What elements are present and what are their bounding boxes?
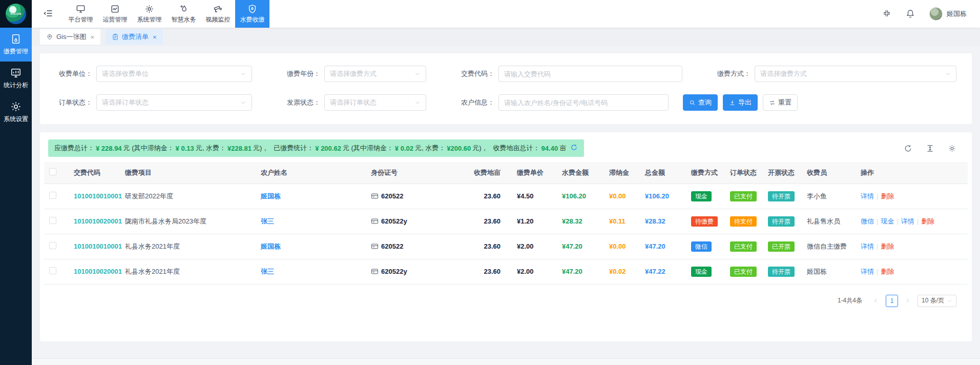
row-density-icon[interactable] (926, 144, 934, 153)
next-page-icon[interactable] (902, 295, 913, 307)
detail-link[interactable]: 详情 (861, 192, 874, 200)
farmer-name-link[interactable]: 姬国栋 (261, 242, 281, 250)
cell-water-amount: ¥28.32 (557, 209, 604, 234)
tab-gis-map[interactable]: Gis一张图 × (40, 29, 100, 45)
field-label: 订单状态： (52, 98, 92, 107)
col-header: 滞纳金 (604, 162, 640, 184)
detail-link[interactable]: 详情 (861, 268, 874, 275)
app-logo[interactable]: RIEON (0, 0, 32, 28)
cell-code: 1010010020001 (74, 268, 122, 275)
delete-link[interactable]: 删除 (874, 268, 894, 275)
cell-id-number: 620522 (381, 242, 403, 250)
page-size-value: 10 条/页 (922, 296, 944, 305)
username: 姬国栋 (947, 9, 967, 18)
row-checkbox[interactable] (49, 242, 56, 249)
payment-code-input[interactable] (504, 70, 677, 78)
summary-label: 元, 水费： (196, 144, 226, 153)
filter-field-payment-year: 缴费年份： 请选择缴费方式 (280, 66, 454, 82)
tab-label: Gis一张图 (56, 32, 87, 42)
sidebar-item-payment-management[interactable]: 缴费管理 (0, 28, 32, 62)
col-header: 交费代码 (69, 162, 120, 184)
cell-collector: 微信自主缴费 (802, 234, 856, 259)
wechat-pay-link[interactable]: 微信 (861, 217, 874, 225)
tab-close-icon[interactable]: × (153, 33, 157, 41)
menu-item-smart-water[interactable]: 智慧水务 (166, 0, 201, 28)
delete-link[interactable]: 删除 (914, 217, 934, 225)
page-number[interactable]: 1 (886, 295, 898, 307)
notification-bell-icon[interactable] (906, 9, 915, 19)
prev-page-icon[interactable] (870, 295, 882, 307)
cell-area: 23.60 (461, 184, 512, 209)
id-card-icon (371, 192, 379, 200)
tab-bar: Gis一张图 × 缴费清单 × (32, 28, 980, 46)
tab-payment-list[interactable]: 缴费清单 × (106, 29, 163, 45)
row-checkbox[interactable] (49, 267, 56, 274)
order-status-badge: 已支付 (730, 267, 757, 277)
cell-area: 23.60 (461, 209, 512, 234)
order-status-badge: 待支付 (730, 216, 757, 227)
id-card-icon (371, 217, 379, 225)
logo-icon: RIEON (6, 4, 26, 24)
farmer-name-link[interactable]: 张三 (261, 268, 274, 275)
menu-item-operations[interactable]: 运营管理 (98, 0, 132, 28)
order-status-select[interactable]: 请选择订单状态 (96, 94, 252, 111)
map-pin-icon (46, 33, 53, 40)
export-button[interactable]: 导出 (723, 94, 758, 111)
water-drop-icon (179, 4, 189, 14)
invoice-status-select[interactable]: 请选择订单状态 (324, 94, 426, 111)
summary-value: ¥ 228.94 (96, 145, 122, 152)
row-checkbox[interactable] (49, 192, 56, 199)
order-status-badge: 已支付 (730, 191, 757, 201)
delete-link[interactable]: 删除 (874, 242, 894, 250)
filter-buttons: 查询 导出 重置 (683, 94, 798, 111)
table-row: 1010010010001 礼县水务2021年度 姬国栋 620522 23.6… (44, 234, 968, 259)
page-size-select[interactable]: 10 条/页 (918, 295, 956, 307)
menu-item-water-fee[interactable]: 水费收缴 (235, 0, 269, 28)
menu-item-label: 系统管理 (137, 15, 162, 24)
cash-pay-link[interactable]: 现金 (874, 217, 894, 225)
col-header: 开票状态 (763, 162, 802, 184)
menu-item-platform[interactable]: 平台管理 (64, 0, 98, 28)
menu-item-system[interactable]: 系统管理 (132, 0, 166, 28)
column-settings-gear-icon[interactable] (948, 144, 956, 153)
summary-refresh-icon[interactable] (566, 144, 578, 153)
main-area: 平台管理 运营管理 系统管理 智慧水务 视频监控 (32, 0, 980, 365)
select-all-checkbox[interactable] (49, 168, 56, 175)
sidebar-item-statistics[interactable]: 统计分析 (0, 62, 32, 95)
cell-late-fee: ¥0.00 (604, 234, 640, 259)
user-menu[interactable]: 姬国栋 (929, 7, 967, 21)
detail-link[interactable]: 详情 (894, 217, 914, 225)
filter-field-charge-unit: 收费单位： 请选择收费单位 (52, 66, 280, 82)
fullscreen-icon[interactable] (882, 9, 891, 19)
charge-unit-select[interactable]: 请选择收费单位 (96, 66, 252, 82)
reset-icon (769, 99, 776, 106)
tab-close-icon[interactable]: × (91, 33, 95, 41)
menu-item-video-monitor[interactable]: 视频监控 (201, 0, 235, 28)
field-label: 收费单位： (52, 69, 92, 78)
reset-button[interactable]: 重置 (763, 94, 798, 111)
water-meter-icon (10, 33, 22, 45)
payment-method-select[interactable]: 请选择缴费方式 (755, 66, 956, 82)
table-row: 1010010020001 陇南市礼县水务局2023年度 张三 620522y … (44, 209, 968, 234)
camera-icon (213, 4, 223, 14)
refresh-icon[interactable] (904, 144, 912, 153)
detail-link[interactable]: 详情 (861, 242, 874, 250)
sidebar-item-system-settings[interactable]: 系统设置 (0, 95, 32, 129)
menu-fold-icon[interactable] (43, 8, 53, 20)
farmer-info-input[interactable] (504, 99, 663, 107)
payment-table: 交费代码 缴费项目 农户姓名 身份证号 收费地亩 缴费单价 水费金额 滞纳金 总… (44, 162, 968, 285)
filter-field-payment-code: 交费代码： (454, 66, 711, 82)
farmer-name-link[interactable]: 姬国栋 (261, 192, 281, 200)
summary-label: 元)， (253, 144, 268, 153)
cell-water-amount: ¥47.20 (557, 234, 604, 259)
cell-project: 礼县水务2021年度 (120, 259, 256, 284)
col-header: 缴费方式 (686, 162, 725, 184)
payment-year-select[interactable]: 请选择缴费方式 (324, 66, 426, 82)
select-placeholder: 请选择收费单位 (102, 69, 240, 78)
cell-actions: 详情删除 (856, 259, 913, 284)
row-checkbox[interactable] (49, 217, 56, 224)
query-button[interactable]: 查询 (683, 94, 718, 111)
menu-item-label: 智慧水务 (172, 15, 196, 24)
delete-link[interactable]: 删除 (874, 192, 894, 200)
farmer-name-link[interactable]: 张三 (261, 217, 274, 225)
